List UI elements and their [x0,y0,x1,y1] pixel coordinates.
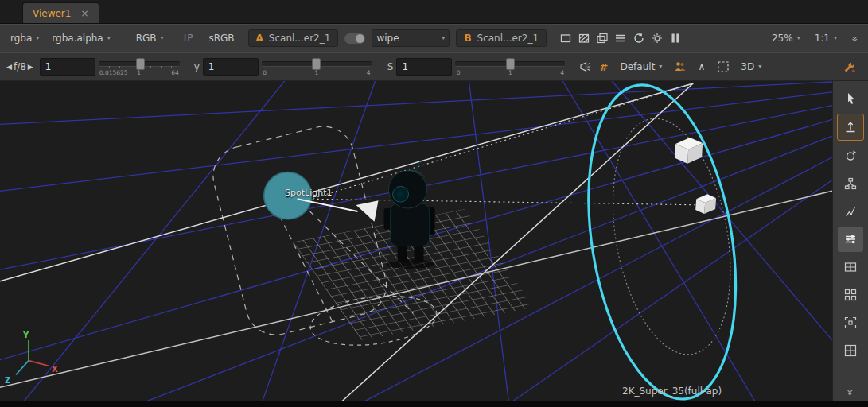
dotted-link-lines [306,83,710,205]
alpha-dropdown-value: rgba.alpha [52,33,103,44]
colorspace-value: sRGB [208,33,234,44]
bottom-strip [0,401,868,407]
grid-preset-dropdown[interactable]: Default ▾ [616,59,666,75]
layout-grid-button[interactable] [838,282,863,308]
gamma-tick-min: 0 [263,69,267,76]
gamma-slider[interactable]: 0 1 4 [262,56,372,78]
interpolation-toggle[interactable]: ∧ [692,57,710,76]
proxy-button[interactable] [574,29,593,48]
gain-tick-mid: 1 [137,69,141,76]
channels-dropdown-value: rgba [10,33,32,44]
vertex-cube-right [695,194,716,214]
frame-all-button[interactable] [838,310,863,335]
wrench-icon [843,60,856,74]
wireframe-grid-toggle[interactable]: # [594,57,613,76]
chevron-down-icon: ▾ [834,35,837,41]
viewer-tools-button[interactable] [840,57,858,76]
marquee-select-toggle[interactable] [714,57,732,76]
display-dropdown-value: RGB [136,33,157,44]
zoom-level-dropdown[interactable]: 25% ▾ [768,30,804,46]
zoom-level-value: 25% [772,33,793,44]
tab-close-icon[interactable]: × [80,8,88,19]
roi-button[interactable] [556,29,574,48]
people-icon [674,60,687,73]
gamma-input[interactable]: 1 [203,58,259,76]
collapse-sidebar-chevrons-icon[interactable]: » [844,386,857,398]
pixel-aspect-dropdown[interactable]: 1:1 ▾ [811,30,841,46]
viewer-side-toolbar: » [832,81,868,401]
select-tool-button[interactable] [838,86,863,111]
saturation-input[interactable]: 1 [396,58,452,76]
nuke-viewer-window: Viewer1 × rgba ▾ rgba.alpha ▾ RGB ▾ IP s… [0,0,868,407]
list-button[interactable] [611,29,629,48]
grid-2x2-icon [844,289,857,301]
fstop-prev-button[interactable]: ◀ [5,60,14,73]
view-mode-dropdown[interactable]: 3D ▾ [737,59,789,75]
saturation-tick-mid: 1 [508,69,512,76]
format-label: 2K_Super_35(full-ap) [622,386,722,397]
fstop-next-button[interactable]: ▶ [26,60,35,73]
chevron-down-icon: ▾ [659,64,662,70]
wipe-mode-dropdown[interactable]: wipe ▾ [372,29,450,47]
chevron-down-icon: ▾ [797,35,800,41]
gain-slider-handle[interactable] [136,58,145,70]
input-b-label: B [464,33,471,44]
gear-icon [651,32,664,45]
scene-3d-canvas[interactable] [0,81,832,401]
pause-icon [669,32,682,45]
frames-button[interactable] [593,29,611,48]
halt-button[interactable] [666,29,684,48]
axis-z-label: Z [5,376,10,385]
chevron-down-icon: ▾ [107,35,111,41]
input-b-value: Scanl...er2_1 [477,33,539,44]
saturation-slider-handle[interactable] [506,58,515,70]
gamma-slider-handle[interactable] [312,58,321,70]
saturation-tick-min: 0 [457,69,461,76]
cursor-icon [845,92,857,105]
input-a-value: Scanl...er2_1 [269,33,331,44]
sliders-icon [844,233,857,246]
tile-view-button[interactable] [838,338,863,363]
tab-viewer1[interactable]: Viewer1 × [22,2,99,23]
input-a-dropdown[interactable]: A Scanl...er2_1 [248,29,339,47]
saturation-slider[interactable]: 0 1 4 [455,56,565,78]
contact-sheet-button[interactable] [838,254,863,280]
connection-tool-button[interactable] [838,199,863,224]
scene-lighting-toggle[interactable] [576,57,594,76]
horizontal-lines-icon [614,32,627,45]
input-process-button[interactable]: IP [179,30,199,46]
channels-dropdown[interactable]: rgba ▾ [6,30,43,46]
viewer-settings-button[interactable] [838,227,863,252]
wipe-mode-value: wipe [376,33,399,44]
wipe-blend-toggle[interactable] [344,33,365,44]
gamma-tick-max: 4 [367,69,371,76]
overlapping-frames-icon [596,32,609,45]
roi-icon [559,32,572,45]
viewer-toolbar-gain-gamma: ◀ f/8 ▶ 1 0.015625 1 64 y 1 0 1 4 S 1 [0,52,868,81]
refresh-button[interactable] [629,29,648,48]
viewport-3d[interactable]: SpotLight1 2K_Super_35(full-ap) Y X Z [0,81,832,401]
collapse-toolbar-chevrons-icon[interactable]: » [849,32,862,45]
axis-x-label: X [52,365,58,374]
translate-icon [844,121,857,134]
proxy-stripes-icon [578,32,590,45]
show-cameras-toggle[interactable] [671,57,689,76]
fstop-label: f/8 [14,61,26,72]
gain-slider[interactable]: 0.015625 1 64 [99,56,180,78]
viewer-colorspace-dropdown[interactable]: sRGB [204,30,238,46]
scene-graph-button[interactable] [838,171,863,196]
pause-render-button[interactable] [648,29,666,48]
translate-tool-button[interactable] [837,114,864,141]
input-a-label: A [256,33,263,44]
rotate-icon [844,149,857,162]
pixel-aspect-value: 1:1 [815,33,830,44]
frame-corners-icon [844,316,857,329]
display-mode-dropdown[interactable]: RGB ▾ [132,30,168,46]
grid-preset-value: Default [620,61,655,72]
input-b-dropdown[interactable]: B Scanl...er2_1 [456,29,547,47]
scene-graph-icon [844,177,857,190]
alpha-channel-dropdown[interactable]: rgba.alpha ▾ [48,30,114,46]
rotate-tool-button[interactable] [838,143,863,169]
gain-input[interactable]: 1 [40,58,95,76]
gamma-label: y [194,61,200,72]
